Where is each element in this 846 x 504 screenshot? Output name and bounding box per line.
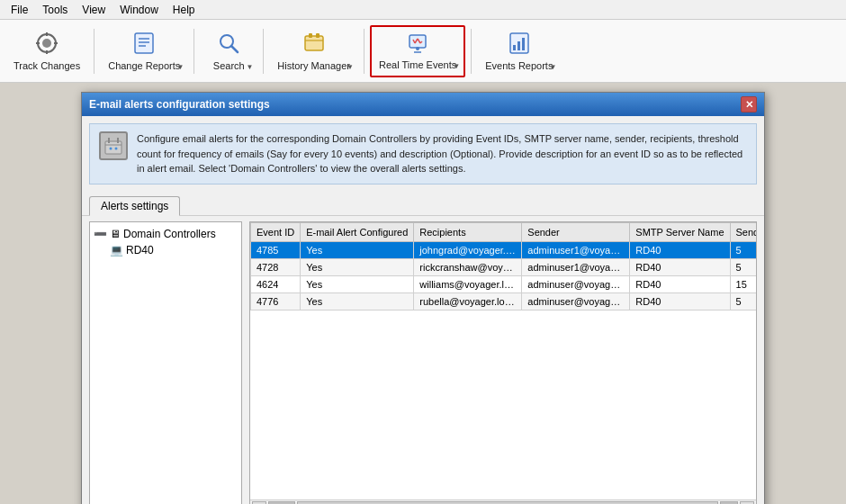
info-text: Configure email alerts for the correspon…: [137, 131, 747, 176]
menu-file[interactable]: File: [4, 2, 35, 18]
table-cell: 4728: [251, 258, 301, 275]
col-frequency: Send Alerts for every events: [730, 222, 756, 241]
tab-bar: Alerts settings: [82, 192, 764, 216]
table-cell: adminuser@voyage...: [522, 292, 630, 310]
real-time-events-icon: [403, 31, 432, 58]
svg-rect-26: [522, 38, 525, 50]
track-changes-icon: [32, 30, 61, 58]
svg-rect-16: [410, 35, 426, 48]
menu-window[interactable]: Window: [112, 2, 166, 18]
tree-root-label: Domain Controllers: [123, 228, 216, 240]
table-scroll[interactable]: Event ID E-mail Alert Configured Recipie…: [250, 222, 756, 500]
tree-expand-icon: ➖: [94, 228, 107, 240]
table-cell: 5: [730, 241, 756, 258]
col-event-id: Event ID: [251, 222, 301, 241]
table-cell: rubella@voyager.loc...: [414, 292, 522, 310]
change-reports-dropdown-icon: ▼: [176, 63, 184, 71]
table-area: Event ID E-mail Alert Configured Recipie…: [249, 221, 757, 505]
dialog-title: E-mail alerts configuration settings: [89, 98, 270, 111]
col-configured: E-mail Alert Configured: [301, 222, 414, 241]
search-button[interactable]: Search ▼: [200, 25, 257, 77]
search-dropdown-icon: ▼: [246, 63, 253, 71]
separator-5: [471, 29, 472, 74]
table-row[interactable]: 4785Yesjohngrad@voyager.l...adminuser1@v…: [251, 241, 757, 258]
email-alerts-dialog: E-mail alerts configuration settings ✕ C…: [81, 92, 765, 504]
history-manager-dropdown-icon: ▼: [346, 63, 354, 71]
history-manager-button[interactable]: History Manager ▼: [269, 25, 358, 77]
search-icon: [214, 30, 243, 58]
table-cell: RD40: [630, 275, 730, 292]
svg-point-31: [110, 148, 112, 150]
menu-view[interactable]: View: [75, 2, 112, 18]
track-changes-label: Track Changes: [14, 60, 80, 72]
change-reports-label: Change Reports: [108, 60, 180, 72]
events-reports-dropdown-icon: ▼: [549, 63, 556, 71]
table-cell: 4776: [251, 292, 301, 310]
separator-4: [364, 29, 364, 74]
real-time-events-button[interactable]: Real Time Events ▼: [370, 25, 465, 77]
table-cell: Yes: [301, 275, 414, 292]
col-smtp: SMTP Server Name: [630, 222, 730, 241]
table-cell: RD40: [630, 292, 730, 310]
svg-rect-12: [305, 36, 323, 50]
track-changes-button[interactable]: Track Changes: [5, 25, 88, 77]
horizontal-scrollbar[interactable]: ◀ ▶: [250, 500, 756, 505]
table-cell: adminuser@voyage...: [522, 275, 630, 292]
tree-root-icon: 🖥: [110, 228, 121, 240]
table-cell: rickcranshaw@voye...: [414, 258, 522, 275]
svg-point-1: [42, 39, 51, 48]
menubar: File Tools View Window Help: [0, 0, 846, 20]
table-row[interactable]: 4728Yesrickcranshaw@voye...adminuser1@vo…: [251, 258, 757, 275]
tree-root-item[interactable]: ➖ 🖥 Domain Controllers: [94, 226, 238, 242]
info-banner: Configure email alerts for the correspon…: [89, 123, 757, 184]
menu-help[interactable]: Help: [166, 2, 202, 18]
table-cell: 4785: [251, 241, 301, 258]
menu-tools[interactable]: Tools: [35, 2, 75, 18]
svg-line-11: [231, 46, 238, 52]
svg-rect-14: [316, 33, 320, 38]
events-reports-label: Events Reports: [485, 60, 553, 72]
main-area: E-mail alerts configuration settings ✕ C…: [0, 83, 846, 504]
separator-1: [94, 29, 94, 74]
search-label: Search: [213, 60, 245, 72]
col-sender: Sender: [522, 222, 630, 241]
alerts-settings-tab[interactable]: Alerts settings: [89, 196, 180, 216]
table-row[interactable]: 4776Yesrubella@voyager.loc...adminuser@v…: [251, 292, 757, 310]
svg-rect-13: [309, 33, 312, 38]
col-recipients: Recipients: [414, 222, 522, 241]
table-cell: williams@voyager.lo...: [414, 275, 522, 292]
content-panel: ➖ 🖥 Domain Controllers 💻 RD40 Event ID: [82, 216, 764, 505]
history-manager-label: History Manager: [277, 60, 350, 72]
separator-3: [263, 29, 264, 74]
data-table: Event ID E-mail Alert Configured Recipie…: [250, 222, 756, 310]
real-time-events-label: Real Time Events: [379, 59, 456, 71]
svg-point-32: [115, 148, 118, 150]
table-cell: 15: [730, 275, 756, 292]
table-cell: adminuser1@voyag...: [522, 241, 630, 258]
toolbar: Track Changes Change Reports ▼ Search ▼: [0, 20, 846, 83]
events-reports-button[interactable]: Events Reports ▼: [477, 25, 561, 77]
change-reports-button[interactable]: Change Reports ▼: [100, 25, 188, 77]
svg-point-17: [416, 47, 419, 50]
dialog-titlebar: E-mail alerts configuration settings ✕: [82, 93, 764, 116]
real-time-events-dropdown-icon: ▼: [453, 62, 460, 70]
tree-panel: ➖ 🖥 Domain Controllers 💻 RD40: [89, 221, 242, 505]
dialog-close-button[interactable]: ✕: [741, 96, 757, 112]
separator-2: [194, 29, 194, 74]
table-row[interactable]: 4624Yeswilliams@voyager.lo...adminuser@v…: [251, 275, 757, 292]
history-manager-icon: [300, 30, 328, 58]
table-cell: RD40: [630, 258, 730, 275]
svg-rect-6: [135, 33, 153, 53]
table-cell: Yes: [301, 292, 414, 310]
table-cell: Yes: [301, 258, 414, 275]
table-cell: 5: [730, 292, 756, 310]
change-reports-icon: [130, 30, 158, 58]
table-cell: johngrad@voyager.l...: [414, 241, 522, 258]
tree-child-item[interactable]: 💻 RD40: [94, 242, 238, 258]
events-reports-icon: [505, 30, 534, 58]
svg-rect-27: [105, 141, 122, 154]
svg-rect-24: [513, 45, 516, 50]
tree-leaf-icon: 💻: [110, 244, 123, 256]
table-cell: Yes: [301, 241, 414, 258]
table-cell: adminuser1@voyag...: [522, 258, 630, 275]
